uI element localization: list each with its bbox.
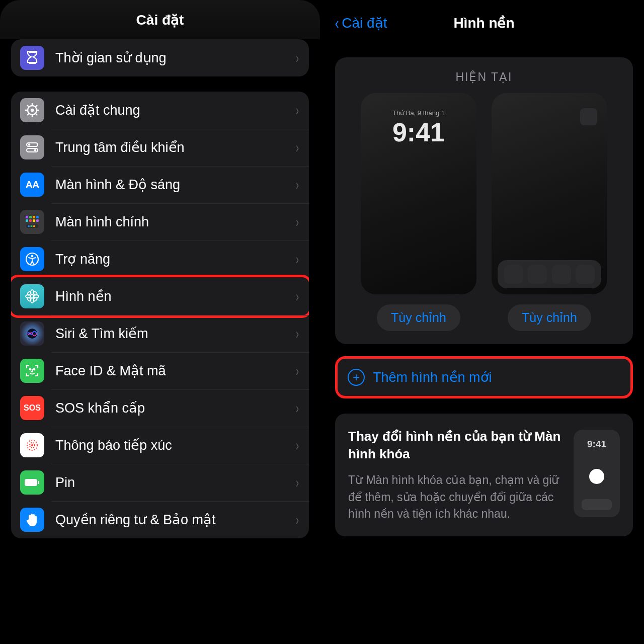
dock-bar-icon (582, 499, 612, 510)
row-emergency-sos[interactable]: SOS SOS khẩn cấp › (11, 389, 309, 427)
svg-rect-44 (38, 481, 39, 484)
wallpaper-previews: Thứ Ba, 9 tháng 1 9:41 Tùy chỉnh Tùy chỉ… (345, 93, 623, 331)
row-face-id[interactable]: Face ID & Mật mã › (11, 352, 309, 389)
svg-rect-15 (29, 216, 32, 218)
row-label: Trung tâm điều khiển (55, 139, 295, 155)
home-grid-icon (20, 210, 44, 234)
chevron-right-icon: › (296, 176, 299, 193)
chevron-right-icon: › (296, 251, 299, 268)
chevron-right-icon: › (296, 139, 299, 156)
chevron-right-icon: › (296, 325, 299, 342)
gear-icon (20, 98, 44, 122)
dock-icon (498, 260, 601, 288)
chevron-right-icon: › (296, 474, 299, 491)
chevron-right-icon: › (296, 362, 299, 379)
tip-body: Từ Màn hình khóa của bạn, chạm và giữ để… (348, 472, 562, 522)
svg-point-1 (31, 109, 34, 112)
svg-point-39 (34, 369, 35, 370)
chevron-left-icon: ‹ (335, 14, 339, 31)
svg-rect-17 (36, 216, 39, 218)
add-wallpaper-button[interactable]: + Thêm hình nền mới (338, 359, 630, 396)
svg-rect-14 (26, 216, 28, 218)
exposure-icon (20, 433, 44, 457)
chevron-right-icon: › (296, 511, 299, 528)
row-home-screen[interactable]: Màn hình chính › (11, 203, 309, 240)
lock-time: 9:41 (361, 117, 476, 147)
tip-title: Thay đổi hình nền của bạn từ Màn hình kh… (348, 428, 562, 463)
svg-rect-19 (29, 219, 32, 222)
chevron-right-icon: › (296, 437, 299, 454)
svg-point-11 (28, 143, 30, 145)
svg-rect-24 (31, 225, 33, 227)
accessibility-icon (20, 247, 44, 271)
row-display-brightness[interactable]: AA Màn hình & Độ sáng › (11, 166, 309, 203)
flower-icon (20, 284, 44, 308)
row-battery[interactable]: Pin › (11, 464, 309, 501)
row-label: Màn hình chính (55, 214, 295, 230)
svg-rect-20 (33, 219, 35, 222)
svg-line-7 (35, 113, 37, 115)
row-label: Thời gian sử dụng (55, 50, 295, 66)
add-wallpaper-label: Thêm hình nền mới (373, 369, 492, 385)
svg-rect-16 (33, 216, 35, 218)
home-screen-preview[interactable] (492, 93, 607, 294)
row-label: SOS khẩn cấp (55, 400, 295, 416)
row-label: Thông báo tiếp xúc (55, 437, 295, 453)
row-label: Cài đặt chung (55, 102, 295, 118)
svg-rect-18 (26, 219, 28, 222)
row-general[interactable]: Cài đặt chung › (11, 92, 309, 129)
svg-line-9 (27, 113, 29, 115)
svg-rect-43 (25, 479, 37, 486)
row-label: Màn hình & Độ sáng (55, 177, 295, 193)
svg-rect-23 (28, 225, 30, 227)
row-label: Quyền riêng tư & Bảo mật (55, 512, 295, 528)
settings-section: Thời gian sử dụng › (11, 39, 309, 76)
row-wallpaper[interactable]: Hình nền › (11, 278, 309, 315)
add-wallpaper-card: + Thêm hình nền mới (335, 356, 633, 398)
row-exposure-notifications[interactable]: Thông báo tiếp xúc › (11, 427, 309, 464)
row-privacy-security[interactable]: Quyền riêng tư & Bảo mật › (11, 501, 309, 538)
chevron-right-icon: › (296, 213, 299, 230)
settings-section: Cài đặt chung › Trung tâm điều khiển › A… (11, 92, 309, 538)
back-label: Cài đặt (342, 15, 387, 31)
lock-date: Thứ Ba, 9 tháng 1 (361, 109, 476, 117)
row-label: Pin (55, 475, 295, 491)
sos-icon: SOS (20, 396, 44, 420)
row-label: Siri & Tìm kiếm (55, 326, 295, 342)
svg-line-8 (35, 105, 37, 107)
lock-screen-preview[interactable]: Thứ Ba, 9 tháng 1 9:41 (361, 93, 476, 294)
touch-dot-icon (589, 469, 604, 484)
svg-point-13 (34, 149, 36, 151)
chevron-right-icon: › (296, 399, 299, 417)
dynamic-island-icon (580, 108, 597, 125)
svg-rect-25 (33, 225, 35, 227)
customize-home-button[interactable]: Tùy chỉnh (508, 304, 591, 331)
tip-card: Thay đổi hình nền của bạn từ Màn hình kh… (335, 414, 633, 536)
nav-bar: ‹ Cài đặt Hình nền (324, 0, 644, 45)
back-button[interactable]: ‹ Cài đặt (334, 14, 387, 31)
siri-icon (20, 321, 44, 346)
wallpaper-screen: ‹ Cài đặt Hình nền HIỆN TẠI Thứ Ba, 9 th… (324, 0, 644, 644)
svg-rect-21 (36, 219, 39, 222)
chevron-right-icon: › (296, 102, 299, 119)
page-title: Cài đặt (0, 0, 320, 39)
row-control-center[interactable]: Trung tâm điều khiển › (11, 129, 309, 166)
face-id-icon (20, 359, 44, 383)
row-accessibility[interactable]: Trợ năng › (11, 240, 309, 278)
row-label: Face ID & Mật mã (55, 363, 295, 379)
customize-lock-button[interactable]: Tùy chỉnh (377, 304, 460, 331)
toggles-icon (20, 135, 44, 159)
row-label: Hình nền (55, 288, 295, 304)
row-label: Trợ năng (55, 251, 295, 267)
current-wallpaper-card: HIỆN TẠI Thứ Ba, 9 tháng 1 9:41 Tùy chỉn… (335, 57, 633, 344)
plus-circle-icon: + (348, 369, 365, 386)
section-header: HIỆN TẠI (345, 70, 623, 84)
chevron-right-icon: › (296, 288, 299, 305)
svg-point-42 (31, 444, 33, 446)
row-siri-search[interactable]: Siri & Tìm kiếm › (11, 315, 309, 352)
hand-icon (20, 508, 44, 532)
chevron-right-icon: › (296, 49, 299, 66)
svg-point-38 (30, 369, 31, 370)
settings-screen: Cài đặt Thời gian sử dụng › Cài đặt chun… (0, 0, 320, 644)
row-screen-time[interactable]: Thời gian sử dụng › (11, 39, 309, 76)
